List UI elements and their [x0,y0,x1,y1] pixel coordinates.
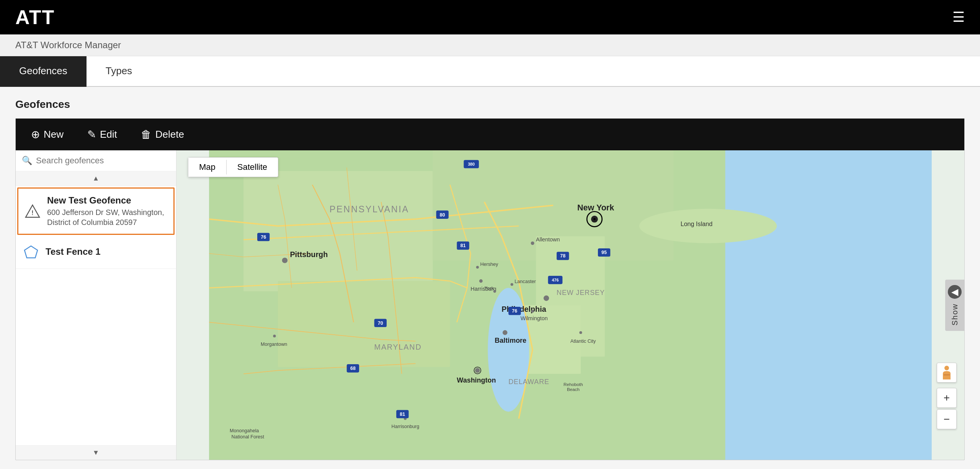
map-area: Pittsburgh Philadelphia New York Long Is… [176,150,964,460]
svg-text:Washington: Washington [457,376,496,384]
map-toggle-map[interactable]: Map [188,158,226,177]
geofence-list: ! New Test Geofence 600 Jefferson Dr SW,… [16,186,176,445]
main-content: ⊕ New ✎ Edit 🗑 Delete 🔍 [15,118,965,460]
svg-point-14 [544,295,549,301]
svg-text:81: 81 [461,243,466,248]
item-name: New Test Geofence [47,195,168,206]
item-address: 600 Jefferson Dr SW, Washington, Distric… [47,207,168,227]
svg-text:NEW JERSEY: NEW JERSEY [557,289,605,296]
svg-text:York: York [484,286,494,291]
svg-text:Hershey: Hershey [480,262,498,267]
new-button[interactable]: ⊕ New [25,125,70,143]
svg-text:380: 380 [468,162,475,166]
svg-point-33 [511,283,513,286]
svg-point-27 [531,241,534,245]
svg-point-23 [503,330,508,335]
map-background: Pittsburgh Philadelphia New York Long Is… [176,150,964,460]
item-info: Test Fence 1 [46,246,169,259]
breadcrumb: AT&T Workforce Manager [0,34,980,56]
svg-text:Lancaster: Lancaster [514,279,536,284]
item-info: New Test Geofence 600 Jefferson Dr SW, W… [47,195,168,227]
person-icon [941,365,952,380]
chevron-down-icon: ▼ [93,449,100,457]
street-view-button[interactable] [937,363,957,383]
show-panel-label: Show [951,303,959,325]
arrow-left-icon: ◀ [948,285,962,298]
svg-text:81: 81 [400,412,405,417]
map-toggle-satellite[interactable]: Satellite [227,158,278,177]
svg-text:Allentown: Allentown [536,236,560,243]
page-body: Geofences ⊕ New ✎ Edit 🗑 Delete 🔍 [0,87,980,469]
svg-text:80: 80 [440,212,445,218]
svg-text:Long Island: Long Island [681,220,713,227]
left-panel: 🔍 ▲ ! [16,150,176,460]
svg-text:MARYLAND: MARYLAND [374,343,422,351]
svg-point-31 [479,279,483,283]
top-header: ATT ☰ [0,0,980,34]
section-title: Geofences [15,98,965,111]
delete-button[interactable]: 🗑 Delete [135,125,190,143]
svg-point-41 [273,335,276,337]
zoom-in-button[interactable]: + [937,388,957,408]
app-logo: ATT [15,6,55,29]
svg-text:76: 76 [261,234,266,240]
map-svg: Pittsburgh Philadelphia New York Long Is… [176,150,964,460]
svg-text:!: ! [31,210,33,216]
edit-button[interactable]: ✎ Edit [81,125,123,143]
svg-text:78: 78 [560,253,565,259]
svg-rect-5 [243,171,433,291]
chevron-up-icon: ▲ [93,174,100,182]
scroll-down-button[interactable]: ▼ [16,445,176,460]
tabs-bar: Geofences Types [0,56,980,87]
svg-text:Monongahela: Monongahela [230,428,259,433]
delete-icon: 🗑 [141,129,152,140]
svg-rect-7 [278,281,450,367]
search-input[interactable] [36,156,170,166]
search-icon: 🔍 [22,156,32,166]
svg-point-29 [476,266,479,269]
svg-point-37 [531,310,534,313]
svg-point-12 [282,257,287,263]
scroll-up-button[interactable]: ▲ [16,171,176,186]
search-box: 🔍 [16,150,176,171]
svg-text:Morgantown: Morgantown [261,342,287,347]
svg-text:68: 68 [350,366,356,371]
svg-point-25 [475,368,480,373]
map-view-toggle: Map Satellite [188,157,278,177]
warning-icon: ! [24,203,41,220]
toolbar: ⊕ New ✎ Edit 🗑 Delete [16,119,964,150]
svg-point-39 [579,331,582,334]
svg-marker-2 [24,246,38,258]
show-panel-toggle[interactable]: ◀ Show [945,279,964,331]
svg-text:70: 70 [378,321,383,326]
svg-text:Rehoboth: Rehoboth [564,382,583,387]
svg-text:DELAWARE: DELAWARE [508,378,549,386]
svg-text:Wilmington: Wilmington [521,315,548,321]
svg-text:Philadelphia: Philadelphia [501,305,546,313]
content-area: 🔍 ▲ ! [16,150,964,460]
list-item[interactable]: ! New Test Geofence 600 Jefferson Dr SW,… [17,187,175,235]
map-controls: + − [937,363,957,429]
svg-text:476: 476 [552,278,559,282]
tab-types[interactable]: Types [87,56,151,87]
svg-text:Baltimore: Baltimore [495,337,526,344]
svg-text:76: 76 [512,308,517,314]
svg-text:Beach: Beach [567,387,580,392]
svg-text:National Forest: National Forest [232,434,265,440]
svg-text:PENNSYLVANIA: PENNSYLVANIA [330,204,409,214]
svg-text:Atlantic City: Atlantic City [570,339,596,344]
svg-text:New York: New York [577,203,614,212]
svg-point-74 [944,366,949,370]
zoom-out-button[interactable]: − [937,409,957,429]
svg-text:95: 95 [601,250,607,255]
svg-point-72 [593,218,595,220]
menu-icon[interactable]: ☰ [952,9,965,25]
new-icon: ⊕ [31,129,40,140]
item-name: Test Fence 1 [46,246,169,257]
edit-icon: ✎ [87,129,96,140]
tab-geofences[interactable]: Geofences [0,56,87,87]
svg-text:Pittsburgh: Pittsburgh [290,250,328,259]
svg-text:Harrisonburg: Harrisonburg [392,424,420,429]
pentagon-icon [23,244,39,261]
list-item[interactable]: Test Fence 1 [16,236,176,269]
